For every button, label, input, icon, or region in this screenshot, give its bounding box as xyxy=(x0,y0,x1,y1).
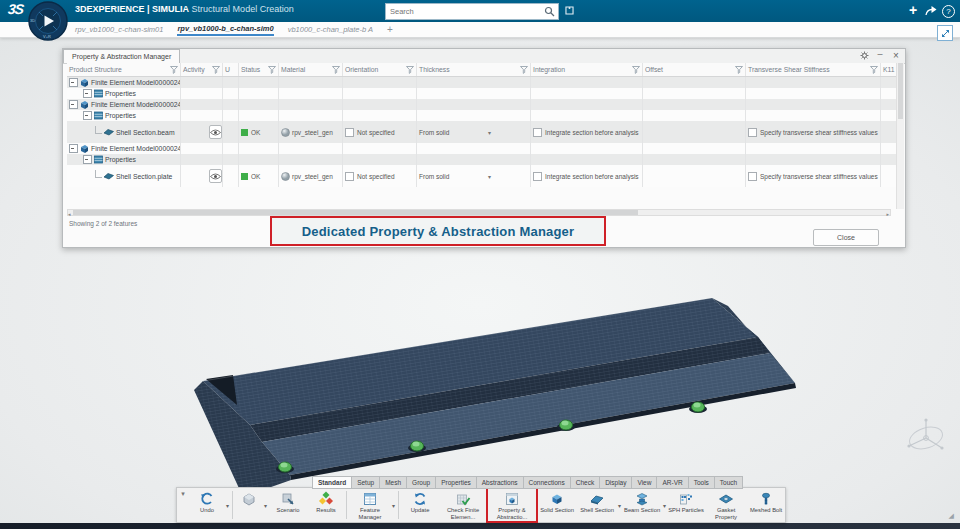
table-row[interactable]: Finite Element Model00000244 A xyxy=(67,143,898,154)
add-icon[interactable] xyxy=(906,3,920,17)
ribbon-tab-touch[interactable]: Touch xyxy=(714,476,743,489)
panel-tab[interactable]: Property & Abstraction Manager xyxy=(63,49,180,63)
share-icon[interactable] xyxy=(924,3,938,17)
tree-expander-icon[interactable] xyxy=(83,155,92,164)
integration-checkbox[interactable] xyxy=(533,172,542,181)
tree-expander-icon[interactable] xyxy=(69,144,78,153)
table-row[interactable]: Properties xyxy=(67,110,898,121)
help-icon[interactable] xyxy=(942,5,955,18)
horizontal-scrollbar[interactable]: ◂ ▸ xyxy=(67,209,891,216)
ribbon-tab-check[interactable]: Check xyxy=(570,476,599,489)
table-row[interactable]: Finite Element Model00000243 A xyxy=(67,99,898,110)
toolbar-collapse-chevron-icon[interactable] xyxy=(177,488,189,522)
tree-branch-line xyxy=(95,126,102,134)
tree-expander-icon[interactable] xyxy=(69,78,78,87)
filter-icon xyxy=(332,66,340,74)
scenario-button[interactable]: Scenario xyxy=(268,488,308,522)
shear-stiffness-checkbox[interactable] xyxy=(748,172,757,181)
compass-3d-label: 3D xyxy=(30,18,35,23)
expand-arrows-icon xyxy=(941,29,950,38)
ribbon-tab-mesh[interactable]: Mesh xyxy=(379,476,406,489)
shear-stiffness-checkbox[interactable] xyxy=(748,128,757,137)
beam-section-button[interactable]: Beam Section xyxy=(622,488,662,522)
ribbon-tab-properties[interactable]: Properties xyxy=(435,476,476,489)
ribbon-tab-abstractions[interactable]: Abstractions xyxy=(476,476,523,489)
gasket-property-button[interactable]: Gasket Property xyxy=(705,488,747,522)
table-row-shell-plate[interactable]: Shell Section.plate OK rpv_steel_gen Not… xyxy=(67,165,898,187)
undo-button[interactable]: Undo xyxy=(189,488,225,522)
integration-checkbox[interactable] xyxy=(533,128,542,137)
col-activity[interactable]: Activity xyxy=(181,63,223,76)
doc-tab-3[interactable]: vb1000_c-chan_plate-b A xyxy=(288,25,373,34)
bottom-edge-strip xyxy=(0,523,960,529)
tree-expander-icon[interactable] xyxy=(69,100,78,109)
ribbon-tab-ar-vr[interactable]: AR-VR xyxy=(656,476,687,489)
meshed-bolt-button[interactable]: Meshed Bolt xyxy=(747,488,785,522)
toolbar-separator xyxy=(232,491,233,519)
col-integration[interactable]: Integration xyxy=(531,63,643,76)
scroll-right-arrow-icon[interactable]: ▸ xyxy=(886,211,889,217)
solid-section-button[interactable]: Solid Section xyxy=(537,488,577,522)
update-button[interactable]: Update xyxy=(401,488,439,522)
property-abstraction-button[interactable]: Property & Abstractio... xyxy=(487,488,537,522)
tree-expander-icon[interactable] xyxy=(83,89,92,98)
ribbon-tab-setup[interactable]: Setup xyxy=(351,476,379,489)
orientation-checkbox[interactable] xyxy=(345,172,354,181)
fem-icon xyxy=(80,144,89,153)
col-material[interactable]: Material xyxy=(279,63,343,76)
doc-tab-2-active[interactable]: rpv_vb1000-b_c-chan-sim0 xyxy=(177,24,273,36)
sph-particles-button[interactable]: SPH Particles xyxy=(667,488,705,522)
table-row[interactable]: Properties xyxy=(67,154,898,165)
table-row-shell-beam[interactable]: Shell Section.beam OK rpv_steel_gen Not … xyxy=(67,121,898,143)
ribbon-tab-tools[interactable]: Tools xyxy=(688,476,714,489)
ribbon-tab-display[interactable]: Display xyxy=(599,476,631,489)
visibility-eye-button[interactable] xyxy=(209,169,222,183)
expand-viewport-button[interactable] xyxy=(937,25,953,41)
col-u[interactable]: U xyxy=(223,63,239,76)
ribbon-tab-group[interactable]: Group xyxy=(406,476,435,489)
vertical-scrollbar[interactable] xyxy=(896,63,904,209)
search-icon[interactable] xyxy=(544,6,555,17)
feature-manager-button[interactable]: Feature Manager xyxy=(349,488,391,522)
check-finite-elements-button[interactable]: Check Finite Elemen... xyxy=(439,488,487,522)
thickness-dropdown[interactable]: From solid xyxy=(419,129,491,136)
orientation-checkbox[interactable] xyxy=(345,128,354,137)
results-button[interactable]: Results xyxy=(308,488,344,522)
resize-corner-arrow-icon[interactable]: ◢ xyxy=(949,512,954,520)
col-product-structure[interactable]: Product Structure xyxy=(67,63,181,76)
panel-close-icon[interactable] xyxy=(891,50,901,60)
feature-count-status: Showing 2 of 2 features xyxy=(69,220,137,227)
solid-section-icon xyxy=(549,490,565,507)
thickness-dropdown[interactable]: From solid xyxy=(419,173,491,180)
axis-compass-widget[interactable] xyxy=(902,414,950,462)
search-input[interactable] xyxy=(386,7,544,16)
shell-section-button[interactable]: Shell Section xyxy=(577,488,617,522)
table-row[interactable]: Properties xyxy=(67,88,898,99)
col-offset[interactable]: Offset xyxy=(643,63,746,76)
tree-expander-icon[interactable] xyxy=(83,111,92,120)
ribbon-tab-connections[interactable]: Connections xyxy=(523,476,570,489)
shape-tool-button[interactable] xyxy=(235,488,263,522)
fem-icon xyxy=(80,100,89,109)
doc-tab-1[interactable]: rpv_vb1000_c-chan-sim01 xyxy=(75,25,163,34)
new-tab-button[interactable]: + xyxy=(387,24,393,35)
feature-manager-dropdown-caret[interactable] xyxy=(391,488,396,522)
ribbon-tab-standard[interactable]: Standard xyxy=(312,476,351,489)
col-thickness[interactable]: Thickness xyxy=(417,63,531,76)
col-orientation[interactable]: Orientation xyxy=(343,63,417,76)
scroll-left-arrow-icon[interactable]: ◂ xyxy=(68,211,71,217)
table-row[interactable]: Finite Element Model00000242 A xyxy=(67,77,898,88)
visibility-eye-button[interactable] xyxy=(209,125,222,139)
col-status[interactable]: Status xyxy=(239,63,279,76)
tag-icon[interactable] xyxy=(563,4,576,17)
properties-table: Product Structure Activity U Status Mate… xyxy=(67,63,898,187)
panel-minimize-icon[interactable] xyxy=(875,50,885,60)
col-transverse-shear[interactable]: Transverse Shear Stiffness xyxy=(746,63,881,76)
undo-dropdown-caret[interactable] xyxy=(225,488,230,522)
ribbon-tab-view[interactable]: View xyxy=(631,476,656,489)
horizontal-scroll-thumb[interactable] xyxy=(73,210,638,215)
close-button[interactable]: Close xyxy=(813,229,879,246)
panel-settings-gear-icon[interactable] xyxy=(859,50,869,60)
table-header-row: Product Structure Activity U Status Mate… xyxy=(67,63,898,77)
3dexperience-compass[interactable]: 3D V+R xyxy=(28,1,68,45)
